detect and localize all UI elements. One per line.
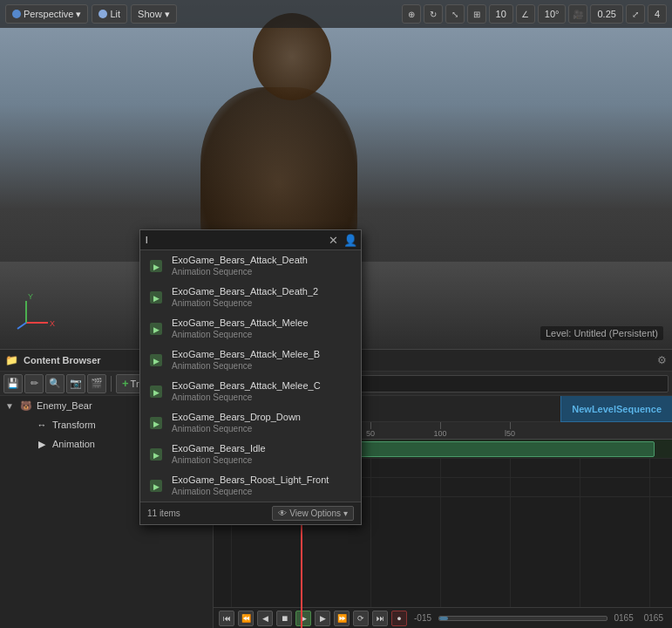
loop-button[interactable]: ⟳ bbox=[353, 611, 369, 626]
item-text-4: ExoGame_Bears_Attack_Melee_C Animation S… bbox=[172, 379, 321, 402]
item-name-4: ExoGame_Bears_Attack_Melee_C bbox=[172, 379, 321, 392]
save-button[interactable]: 💾 bbox=[3, 374, 23, 393]
toolbar-separator bbox=[111, 376, 112, 392]
search-close-icon[interactable]: ✕ bbox=[327, 234, 340, 247]
item-text-0: ExoGame_Bears_Attack_Death Animation Seq… bbox=[172, 254, 308, 276]
dropdown-item-3[interactable]: ▶ ExoGame_Bears_Attack_Melee_B Animation… bbox=[140, 345, 361, 376]
scale-icon[interactable]: ⤡ bbox=[445, 4, 465, 24]
transport-time-end2: 0165 bbox=[641, 613, 667, 623]
content-browser-settings-icon[interactable]: ⚙ bbox=[657, 354, 667, 366]
next-key-button[interactable]: ▶ bbox=[315, 611, 330, 626]
next-frame-button[interactable]: ⏩ bbox=[334, 611, 350, 626]
prev-key-button[interactable]: ◀ bbox=[257, 611, 273, 626]
perspective-chevron: ▾ bbox=[76, 9, 81, 20]
viewport-number[interactable]: 4 bbox=[648, 4, 667, 24]
sequencer-name: NewLevelSequence bbox=[560, 396, 672, 422]
level-info-text: Level: Untitled (Persistent) bbox=[546, 328, 658, 338]
svg-line-2 bbox=[17, 323, 26, 329]
viewport-topbar: Perspective ▾ Lit Show ▾ ⊕ ↻ ⤡ ⊞ 10 ∠ 10… bbox=[0, 0, 672, 28]
show-button[interactable]: Show ▾ bbox=[131, 4, 177, 24]
prev-frame-button[interactable]: ⏪ bbox=[238, 611, 254, 626]
svg-text:▶: ▶ bbox=[153, 263, 160, 271]
ruler-label-3: 100 bbox=[433, 429, 446, 438]
transport-bar: ⏮ ⏪ ◀ ⏹ ▶ ▶ ⏩ ⟳ ⏭ ● -015 0165 0165 bbox=[214, 607, 672, 628]
skip-start-button[interactable]: ⏮ bbox=[219, 611, 234, 626]
item-text-6: ExoGame_Bears_Idle Animation Sequence bbox=[172, 442, 266, 465]
search-toolbar-button[interactable]: 🔍 bbox=[45, 374, 64, 393]
record-transport-button[interactable]: ● bbox=[391, 611, 407, 626]
perspective-label: Perspective bbox=[24, 9, 73, 19]
item-icon-3: ▶ bbox=[147, 348, 165, 372]
stop-button[interactable]: ⏹ bbox=[276, 611, 292, 626]
lit-button[interactable]: Lit bbox=[92, 4, 127, 24]
axes-indicator: X Y bbox=[13, 292, 57, 336]
animation-label: Animation bbox=[52, 439, 95, 449]
grid-size[interactable]: 10 bbox=[489, 4, 513, 24]
item-type-7: Animation Sequence bbox=[172, 487, 329, 496]
lit-label: Lit bbox=[110, 9, 120, 19]
play-button[interactable]: ▶ bbox=[295, 611, 311, 626]
edit-button[interactable]: ✏ bbox=[24, 374, 44, 393]
angle-value[interactable]: 10° bbox=[538, 4, 567, 24]
item-name-0: ExoGame_Bears_Attack_Death bbox=[172, 254, 308, 267]
item-icon-6: ▶ bbox=[147, 442, 165, 467]
ruler-label-4: l50 bbox=[505, 429, 515, 438]
perspective-button[interactable]: Perspective ▾ bbox=[5, 4, 88, 24]
item-name-5: ExoGame_Bears_Drop_Down bbox=[172, 411, 301, 424]
transport-time-start: -015 bbox=[411, 613, 435, 623]
enemy-bear-label: Enemy_Bear bbox=[37, 400, 92, 411]
item-text-2: ExoGame_Bears_Attack_Melee Animation Seq… bbox=[172, 317, 309, 339]
translate-icon[interactable]: ⊕ bbox=[402, 4, 421, 24]
progress-fill bbox=[439, 617, 448, 620]
dropdown-item-5[interactable]: ▶ ExoGame_Bears_Drop_Down Animation Sequ… bbox=[140, 407, 361, 439]
view-options-label: View Options bbox=[289, 509, 341, 518]
camera-toolbar-button[interactable]: 📷 bbox=[66, 374, 85, 393]
transform-label: Transform bbox=[52, 420, 96, 430]
actor-icon: 🐻 bbox=[19, 400, 33, 412]
item-type-4: Animation Sequence bbox=[172, 392, 321, 402]
dropdown-item-6[interactable]: ▶ ExoGame_Bears_Idle Animation Sequence bbox=[140, 439, 361, 470]
show-chevron: ▾ bbox=[165, 9, 170, 20]
dropdown-item-4[interactable]: ▶ ExoGame_Bears_Attack_Melee_C Animation… bbox=[140, 376, 361, 407]
search-input[interactable] bbox=[144, 232, 323, 248]
expand-icon: ▼ bbox=[5, 401, 16, 411]
sequencer-name-text: NewLevelSequence bbox=[572, 404, 662, 414]
item-icon-4: ▶ bbox=[147, 379, 165, 404]
camera-icon[interactable]: 🎥 bbox=[568, 4, 587, 24]
film-toolbar-button[interactable]: 🎬 bbox=[87, 374, 106, 393]
item-icon-5: ▶ bbox=[147, 411, 165, 435]
rotate-icon[interactable]: ↻ bbox=[424, 4, 443, 24]
ruler-label-2: 50 bbox=[366, 429, 375, 438]
items-count: 11 items bbox=[147, 509, 180, 518]
item-type-1: Animation Sequence bbox=[172, 298, 318, 308]
dropdown-item-7[interactable]: ▶ ExoGame_Bears_Roost_Light_Front Animat… bbox=[140, 470, 361, 502]
content-browser-icon: 📁 bbox=[5, 354, 18, 366]
camera-speed[interactable]: 0.25 bbox=[590, 4, 622, 24]
snap-icon[interactable]: ⊞ bbox=[467, 4, 486, 24]
dropdown-item-0[interactable]: ▶ ExoGame_Bears_Attack_Death Animation S… bbox=[140, 250, 361, 282]
dropdown-footer: 11 items 👁 View Options ▾ bbox=[140, 502, 361, 524]
transform-icon: ↔ bbox=[35, 420, 49, 430]
item-name-1: ExoGame_Bears_Attack_Death_2 bbox=[172, 285, 318, 298]
dropdown-item-2[interactable]: ▶ ExoGame_Bears_Attack_Melee Animation S… bbox=[140, 313, 361, 345]
perspective-dot bbox=[12, 10, 21, 18]
anim-track-icon: ▶ bbox=[35, 439, 49, 450]
ruler-tick-2 bbox=[370, 422, 371, 429]
angle-snap-icon[interactable]: ∠ bbox=[516, 4, 535, 24]
svg-text:X: X bbox=[50, 319, 55, 328]
maximize-icon[interactable]: ⤢ bbox=[626, 4, 645, 24]
item-text-5: ExoGame_Bears_Drop_Down Animation Sequen… bbox=[172, 411, 301, 433]
show-label: Show bbox=[138, 9, 162, 19]
angle-label: 10° bbox=[545, 9, 560, 19]
item-type-0: Animation Sequence bbox=[172, 267, 308, 276]
item-name-3: ExoGame_Bears_Attack_Melee_B bbox=[172, 348, 320, 361]
item-icon-0: ▶ bbox=[147, 254, 165, 278]
item-icon-7: ▶ bbox=[147, 474, 165, 498]
svg-text:▶: ▶ bbox=[153, 482, 160, 491]
ruler-tick-4 bbox=[510, 422, 511, 429]
item-type-6: Animation Sequence bbox=[172, 455, 266, 465]
transport-progress[interactable] bbox=[438, 616, 607, 621]
skip-end-button[interactable]: ⏭ bbox=[372, 611, 388, 626]
dropdown-item-1[interactable]: ▶ ExoGame_Bears_Attack_Death_2 Animation… bbox=[140, 282, 361, 313]
view-options-button[interactable]: 👁 View Options ▾ bbox=[272, 506, 354, 521]
